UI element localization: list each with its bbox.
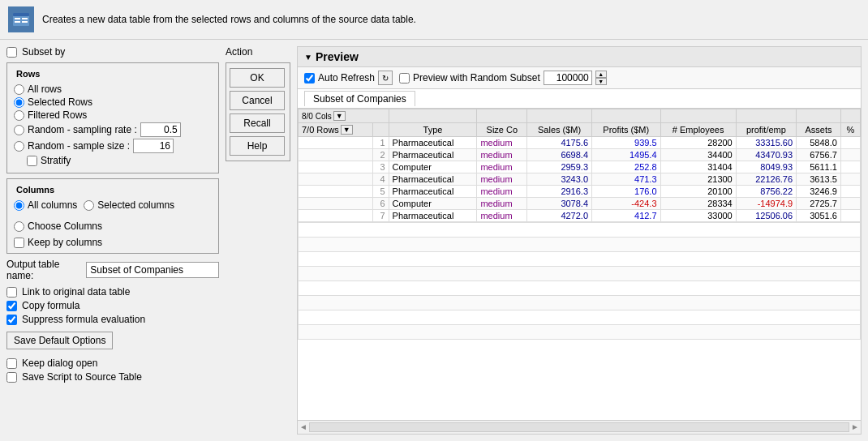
spinner: ▲ ▼ <box>595 71 607 85</box>
row-profits: 252.8 <box>592 161 661 173</box>
save-default-button[interactable]: Save Default Options <box>6 332 113 349</box>
link-original-row: Link to original data table <box>6 286 219 298</box>
empty-row <box>299 310 861 325</box>
selected-rows-row: Selected Rows <box>14 96 212 108</box>
row-assets: 3613.5 <box>797 173 841 186</box>
filtered-rows-radio[interactable] <box>14 110 24 121</box>
cols-label: 8/0 Cols ▼ <box>299 109 389 123</box>
link-original-checkbox[interactable] <box>6 287 17 298</box>
output-table-input[interactable] <box>86 262 219 278</box>
sampling-rate-radio[interactable] <box>14 125 24 135</box>
row-num: 7 <box>373 210 389 222</box>
row-assets: 2725.7 <box>797 198 841 210</box>
preview-title: Preview <box>316 50 359 63</box>
keep-by-columns-label: Keep by columns <box>28 237 102 248</box>
row-sales: 4272.0 <box>527 210 592 222</box>
table-row: 7 Pharmaceutical medium 4272.0 412.7 330… <box>299 210 861 222</box>
row-sales: 2916.3 <box>527 186 592 198</box>
help-button[interactable]: Help <box>230 136 285 156</box>
rows-dropdown[interactable]: ▼ <box>341 125 353 135</box>
empty-row <box>299 281 861 296</box>
row-num: 2 <box>373 149 389 161</box>
selected-columns-radio[interactable] <box>84 200 94 211</box>
all-columns-radio[interactable] <box>14 200 24 211</box>
subset-by-row: Subset by <box>6 46 219 58</box>
row-profits: 412.7 <box>592 210 661 222</box>
choose-columns-radio[interactable] <box>14 221 24 232</box>
stratify-label: Stratify <box>41 155 71 166</box>
sampling-rate-row: Random - sampling rate : <box>14 122 212 137</box>
col-profits: Profits ($M) <box>592 123 661 137</box>
selected-rows-radio[interactable] <box>14 97 24 108</box>
row-profits: 1495.4 <box>592 149 661 161</box>
recall-button[interactable]: Recall <box>230 113 285 133</box>
keep-by-columns-checkbox[interactable] <box>14 238 24 248</box>
output-table-row: Output table name: <box>6 259 219 281</box>
col-size-header <box>477 109 527 123</box>
col-sales-header <box>527 109 592 123</box>
auto-refresh-checkbox[interactable] <box>304 73 315 83</box>
col-type-header <box>389 109 477 123</box>
empty-row <box>299 296 861 310</box>
preview-random-label: Preview with Random Subset <box>413 72 540 83</box>
ok-button[interactable]: OK <box>230 68 285 88</box>
suppress-formula-label: Suppress formula evaluation <box>22 314 145 325</box>
row-sales: 3243.0 <box>527 173 592 186</box>
empty-row <box>299 252 861 267</box>
save-script-checkbox[interactable] <box>6 372 17 383</box>
right-scroll-arrow[interactable]: ► <box>851 422 859 432</box>
subset-by-checkbox[interactable] <box>6 47 17 58</box>
keep-dialog-checkbox[interactable] <box>6 358 17 369</box>
row-assets: 5848.0 <box>797 137 841 149</box>
row-employees: 31404 <box>660 161 736 173</box>
row-num: 4 <box>373 173 389 186</box>
left-scroll-arrow[interactable]: ◄ <box>299 422 307 432</box>
sampling-rate-input[interactable] <box>140 122 181 137</box>
svg-rect-5 <box>22 21 28 23</box>
cols-dropdown[interactable]: ▼ <box>333 111 346 121</box>
suppress-formula-row: Suppress formula evaluation <box>6 314 219 325</box>
row-pct <box>840 137 860 149</box>
row-profit-emp: 8756.22 <box>736 186 796 198</box>
row-type: Pharmaceutical <box>389 210 477 222</box>
keep-dialog-label: Keep dialog open <box>22 358 97 369</box>
row-profits: 939.5 <box>592 137 661 149</box>
preview-header: ▼ Preview <box>298 47 861 67</box>
row-sales: 2959.3 <box>527 161 592 173</box>
copy-formula-checkbox[interactable] <box>6 301 17 311</box>
sample-size-row: Random - sample size : <box>14 139 212 153</box>
stratify-checkbox[interactable] <box>27 156 37 166</box>
table-area[interactable]: 8/0 Cols ▼ <box>298 109 861 420</box>
row-type: Pharmaceutical <box>389 149 477 161</box>
random-subset-group: Preview with Random Subset ▲ ▼ <box>399 71 607 85</box>
columns-group: Columns All columns Selected columns <box>6 178 219 254</box>
collapse-triangle[interactable]: ▼ <box>304 53 312 62</box>
app-icon <box>8 6 34 32</box>
suppress-formula-checkbox[interactable] <box>6 315 17 325</box>
stratify-row: Stratify <box>14 155 212 166</box>
random-value-input[interactable] <box>544 71 592 85</box>
horizontal-scrollbar[interactable] <box>309 422 849 432</box>
filtered-rows-label: Filtered Rows <box>28 109 87 121</box>
col-pct: % <box>840 123 860 137</box>
row-profit-emp: -14974.9 <box>736 198 796 210</box>
col-profitemp: profit/emp <box>736 123 796 137</box>
spin-down[interactable]: ▼ <box>595 78 607 85</box>
row-sales: 4175.6 <box>527 137 592 149</box>
subset-companies-tab[interactable]: Subset of Companies <box>304 91 415 106</box>
svg-rect-4 <box>22 18 28 19</box>
preview-random-checkbox[interactable] <box>399 73 410 83</box>
row-size: medium <box>477 173 527 186</box>
cancel-button[interactable]: Cancel <box>230 91 285 110</box>
sample-size-input[interactable] <box>133 139 174 153</box>
refresh-icon[interactable]: ↻ <box>378 71 393 85</box>
row-pct <box>840 186 860 198</box>
row-employees: 21300 <box>660 173 736 186</box>
all-rows-radio[interactable] <box>14 84 24 95</box>
row-assets: 5611.1 <box>797 161 841 173</box>
spin-up[interactable]: ▲ <box>595 71 607 78</box>
sample-size-label: Random - sample size : <box>28 140 130 152</box>
table-body: 1 Pharmaceutical medium 4175.6 939.5 282… <box>299 137 861 222</box>
row-col-header: 7/0 Rows ▼ <box>299 123 373 137</box>
sample-size-radio[interactable] <box>14 141 24 152</box>
